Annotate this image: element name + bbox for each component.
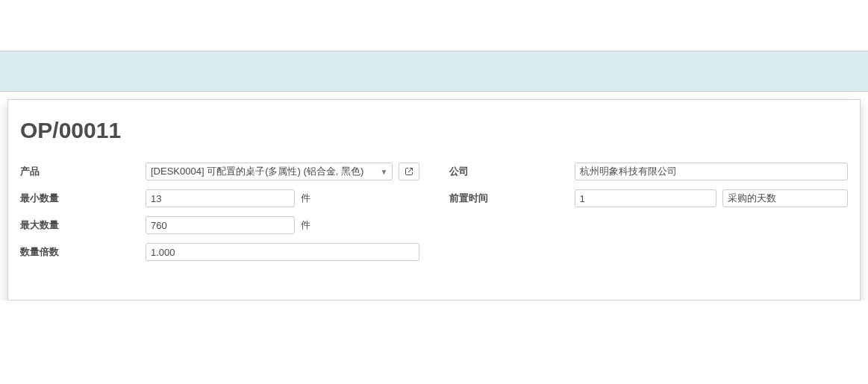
min-qty-input[interactable] (146, 189, 295, 207)
product-select[interactable]: ▼ (146, 163, 393, 180)
status-bar (0, 51, 868, 92)
lead-time-unit-select[interactable] (722, 189, 849, 207)
external-link-icon (405, 167, 413, 176)
form-right-column: 公司 前置时间 (449, 163, 849, 270)
topbar-space (0, 0, 868, 51)
lead-time-unit-input[interactable] (722, 189, 849, 207)
label-min-qty: 最小数量 (20, 192, 146, 205)
field-max-qty: 最大数量 件 (20, 216, 419, 234)
label-qty-multiple: 数量倍数 (20, 245, 146, 259)
record-title: OP/00011 (20, 118, 848, 143)
field-lead-time: 前置时间 (449, 189, 849, 207)
field-product: 产品 ▼ (20, 163, 419, 180)
field-min-qty: 最小数量 件 (20, 189, 419, 207)
open-external-button[interactable] (399, 163, 419, 180)
label-max-qty: 最大数量 (20, 218, 146, 232)
company-input[interactable] (575, 163, 849, 180)
field-company: 公司 (449, 163, 849, 180)
label-lead-time: 前置时间 (449, 192, 575, 205)
min-qty-uom: 件 (301, 192, 310, 205)
qty-multiple-input[interactable] (146, 243, 419, 261)
product-input[interactable] (146, 163, 393, 180)
field-qty-multiple: 数量倍数 (20, 243, 419, 261)
max-qty-uom: 件 (301, 218, 310, 232)
form-left-column: 产品 ▼ 最小数量 件 (20, 163, 419, 270)
company-select[interactable] (575, 163, 849, 180)
form-sheet: OP/00011 产品 ▼ 最小数量 (7, 99, 861, 300)
max-qty-input[interactable] (146, 216, 295, 234)
form-columns: 产品 ▼ 最小数量 件 (20, 163, 848, 270)
lead-time-input[interactable] (575, 189, 716, 207)
label-product: 产品 (20, 165, 146, 178)
label-company: 公司 (449, 165, 575, 178)
